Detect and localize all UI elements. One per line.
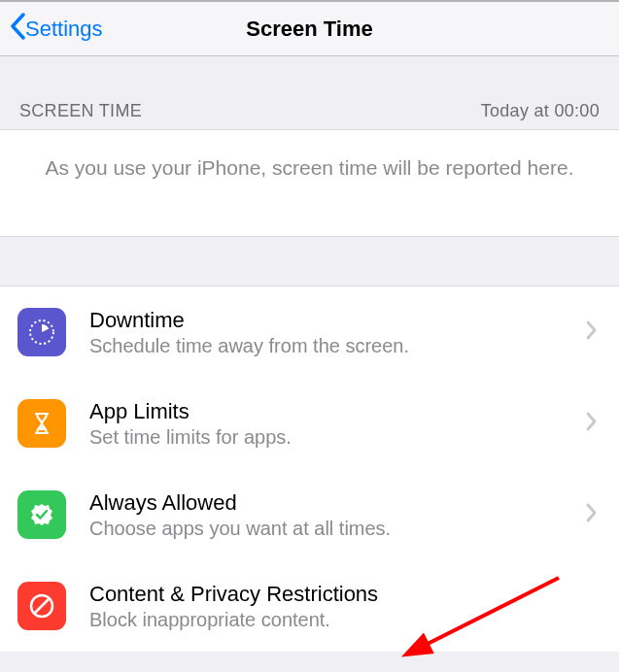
back-button[interactable]: Settings	[10, 13, 103, 45]
clock-icon	[17, 308, 66, 356]
hourglass-icon	[17, 399, 66, 448]
svg-line-2	[35, 599, 49, 613]
row-downtime[interactable]: Downtime Schedule time away from the scr…	[0, 286, 619, 378]
section-header: SCREEN TIME Today at 00:00	[0, 56, 619, 129]
settings-list: Downtime Schedule time away from the scr…	[0, 286, 619, 652]
no-entry-icon	[17, 582, 66, 630]
back-label: Settings	[25, 17, 103, 42]
row-subtitle: Schedule time away from the screen.	[89, 335, 586, 357]
nav-bar: Settings Screen Time	[0, 0, 619, 56]
row-content-privacy[interactable]: Content & Privacy Restrictions Block ina…	[0, 560, 619, 652]
section-header-right: Today at 00:00	[481, 101, 600, 121]
row-subtitle: Set time limits for apps.	[89, 426, 586, 449]
chevron-right-icon	[586, 410, 605, 437]
page-title: Screen Time	[246, 17, 372, 42]
screen-time-report: As you use your iPhone, screen time will…	[0, 129, 619, 237]
row-title: Content & Privacy Restrictions	[89, 582, 586, 607]
row-app-limits[interactable]: App Limits Set time limits for apps.	[0, 378, 619, 469]
section-header-left: SCREEN TIME	[19, 101, 142, 121]
row-title: Always Allowed	[89, 490, 586, 516]
row-title: Downtime	[89, 308, 586, 333]
row-subtitle: Choose apps you want at all times.	[89, 518, 586, 540]
row-always-allowed[interactable]: Always Allowed Choose apps you want at a…	[0, 469, 619, 560]
row-subtitle: Block inappropriate content.	[89, 609, 586, 631]
row-title: App Limits	[89, 399, 586, 424]
chevron-left-icon	[10, 13, 25, 45]
badge-check-icon	[17, 490, 66, 539]
chevron-right-icon	[586, 319, 605, 346]
chevron-right-icon	[586, 501, 605, 528]
